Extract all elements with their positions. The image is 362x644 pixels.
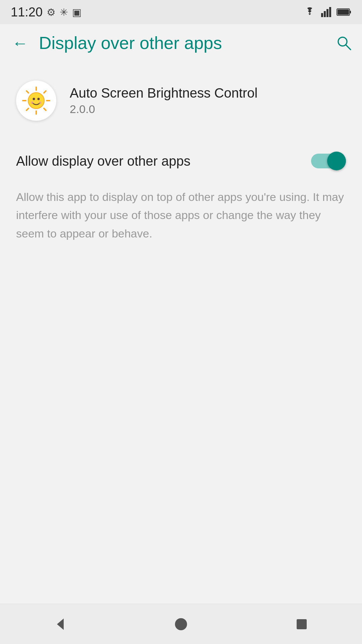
app-info: Auto Screen Brightness Control 2.0.0 <box>70 86 257 116</box>
toolbar: ← Display over other apps <box>0 24 362 62</box>
svg-point-18 <box>33 98 35 100</box>
app-icon <box>21 86 51 116</box>
description-text: Allow this app to display on top of othe… <box>16 188 346 243</box>
page-title: Display over other apps <box>39 33 335 53</box>
svg-rect-3 <box>329 7 331 17</box>
wifi-icon <box>304 7 316 17</box>
svg-point-20 <box>31 101 34 104</box>
svg-rect-5 <box>350 11 351 13</box>
nav-back-icon <box>52 616 69 633</box>
svg-line-16 <box>26 108 28 110</box>
nfc-status-icon: ▣ <box>72 6 81 18</box>
status-bar: 11:20 ⚙ ✳ ▣ <box>0 0 362 24</box>
settings-status-icon: ⚙ <box>47 6 56 18</box>
brightness-status-icon: ✳ <box>60 6 68 18</box>
nav-recents-button[interactable] <box>288 611 315 638</box>
status-time: 11:20 <box>11 5 43 19</box>
svg-line-8 <box>346 45 351 50</box>
allow-display-toggle[interactable] <box>311 152 346 170</box>
svg-line-13 <box>26 91 28 93</box>
status-right-icons <box>304 7 351 17</box>
status-left: 11:20 ⚙ ✳ ▣ <box>11 5 81 19</box>
toggle-label: Allow display over other apps <box>16 154 190 169</box>
svg-point-21 <box>39 101 42 104</box>
app-name: Auto Screen Brightness Control <box>70 86 257 101</box>
svg-point-23 <box>175 618 187 630</box>
toggle-thumb <box>327 152 346 170</box>
main-content <box>0 263 362 604</box>
svg-line-15 <box>44 91 46 93</box>
svg-rect-24 <box>297 619 307 629</box>
svg-point-17 <box>28 93 44 109</box>
svg-rect-6 <box>338 9 349 15</box>
svg-rect-1 <box>324 11 326 17</box>
nav-recents-icon <box>295 618 308 631</box>
app-icon-wrapper <box>16 80 56 121</box>
svg-point-19 <box>38 98 40 100</box>
svg-line-14 <box>44 108 46 110</box>
nav-home-icon <box>174 617 188 632</box>
search-icon[interactable] <box>335 34 353 52</box>
nav-back-button[interactable] <box>47 611 74 638</box>
app-version: 2.0.0 <box>70 103 257 116</box>
description-section: Allow this app to display on top of othe… <box>0 188 362 263</box>
svg-rect-0 <box>321 13 323 17</box>
battery-icon <box>337 8 351 16</box>
nav-home-button[interactable] <box>168 611 194 638</box>
svg-marker-22 <box>57 619 64 630</box>
back-button[interactable]: ← <box>9 31 31 55</box>
toggle-row: Allow display over other apps <box>0 134 362 188</box>
nav-bar <box>0 604 362 644</box>
svg-rect-2 <box>326 9 328 17</box>
signal-icon <box>321 7 331 17</box>
app-card: Auto Screen Brightness Control 2.0.0 <box>0 67 362 134</box>
